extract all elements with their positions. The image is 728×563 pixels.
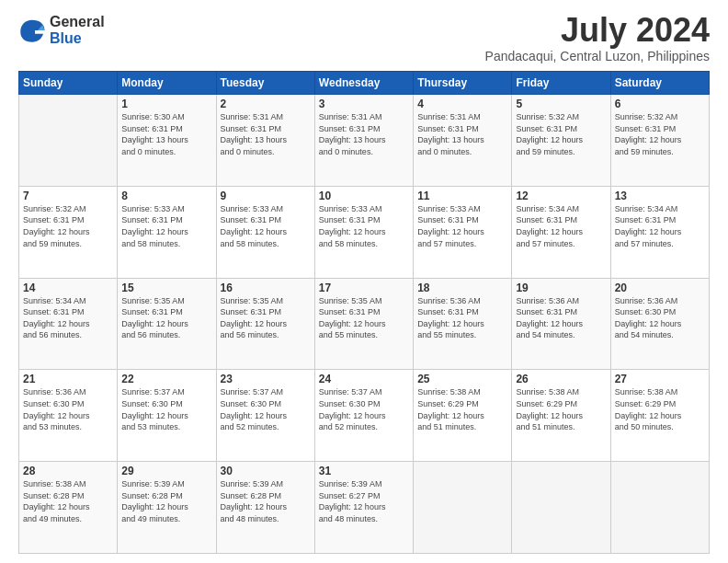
day-info: Sunrise: 5:33 AM Sunset: 6:31 PM Dayligh…: [221, 203, 311, 249]
day-number: 10: [319, 190, 409, 202]
calendar-cell: 18Sunrise: 5:36 AM Sunset: 6:31 PM Dayli…: [414, 278, 512, 370]
calendar-cell: 10Sunrise: 5:33 AM Sunset: 6:31 PM Dayli…: [314, 186, 413, 278]
day-info: Sunrise: 5:36 AM Sunset: 6:30 PM Dayligh…: [23, 386, 113, 432]
day-number: 9: [221, 190, 311, 202]
calendar-cell: 28Sunrise: 5:38 AM Sunset: 6:28 PM Dayli…: [19, 462, 118, 554]
calendar-cell: 9Sunrise: 5:33 AM Sunset: 6:31 PM Daylig…: [216, 186, 314, 278]
day-info: Sunrise: 5:35 AM Sunset: 6:31 PM Dayligh…: [121, 295, 211, 341]
day-info: Sunrise: 5:36 AM Sunset: 6:31 PM Dayligh…: [516, 295, 606, 341]
calendar-cell: 24Sunrise: 5:37 AM Sunset: 6:30 PM Dayli…: [314, 370, 413, 462]
calendar-cell: 8Sunrise: 5:33 AM Sunset: 6:31 PM Daylig…: [118, 186, 216, 278]
calendar-week-3: 14Sunrise: 5:34 AM Sunset: 6:31 PM Dayli…: [19, 278, 710, 370]
day-info: Sunrise: 5:34 AM Sunset: 6:31 PM Dayligh…: [23, 295, 113, 341]
calendar-cell: 27Sunrise: 5:38 AM Sunset: 6:29 PM Dayli…: [610, 370, 709, 462]
calendar-cell: 25Sunrise: 5:38 AM Sunset: 6:29 PM Dayli…: [414, 370, 512, 462]
calendar-cell: 19Sunrise: 5:36 AM Sunset: 6:31 PM Dayli…: [512, 278, 610, 370]
calendar-cell: 15Sunrise: 5:35 AM Sunset: 6:31 PM Dayli…: [118, 278, 216, 370]
calendar-week-2: 7Sunrise: 5:32 AM Sunset: 6:31 PM Daylig…: [19, 186, 710, 278]
calendar-cell: 4Sunrise: 5:31 AM Sunset: 6:31 PM Daylig…: [414, 95, 512, 187]
day-number: 11: [417, 190, 507, 202]
day-info: Sunrise: 5:37 AM Sunset: 6:30 PM Dayligh…: [319, 386, 409, 432]
day-number: 25: [417, 373, 507, 385]
day-number: 4: [417, 98, 507, 110]
calendar-cell: 16Sunrise: 5:35 AM Sunset: 6:31 PM Dayli…: [216, 278, 314, 370]
calendar-cell: 2Sunrise: 5:31 AM Sunset: 6:31 PM Daylig…: [216, 95, 314, 187]
day-info: Sunrise: 5:32 AM Sunset: 6:31 PM Dayligh…: [615, 111, 705, 157]
day-number: 28: [23, 465, 113, 477]
calendar-cell: 29Sunrise: 5:39 AM Sunset: 6:28 PM Dayli…: [118, 462, 216, 554]
title-section: July 2024 Pandacaqui, Central Luzon, Phi…: [485, 14, 710, 63]
calendar-cell: 31Sunrise: 5:39 AM Sunset: 6:27 PM Dayli…: [314, 462, 413, 554]
day-number: 13: [615, 190, 705, 202]
logo-general: General: [50, 14, 105, 30]
header-sunday: Sunday: [19, 72, 118, 95]
logo-icon: [18, 17, 46, 44]
day-number: 6: [615, 98, 705, 110]
calendar-cell: 22Sunrise: 5:37 AM Sunset: 6:30 PM Dayli…: [118, 370, 216, 462]
day-info: Sunrise: 5:37 AM Sunset: 6:30 PM Dayligh…: [221, 386, 311, 432]
day-info: Sunrise: 5:33 AM Sunset: 6:31 PM Dayligh…: [121, 203, 211, 249]
calendar-cell: 26Sunrise: 5:38 AM Sunset: 6:29 PM Dayli…: [512, 370, 610, 462]
day-number: 1: [121, 98, 211, 110]
day-number: 27: [615, 373, 705, 385]
calendar-week-5: 28Sunrise: 5:38 AM Sunset: 6:28 PM Dayli…: [19, 462, 710, 554]
calendar-cell: 17Sunrise: 5:35 AM Sunset: 6:31 PM Dayli…: [314, 278, 413, 370]
calendar-cell: 14Sunrise: 5:34 AM Sunset: 6:31 PM Dayli…: [19, 278, 118, 370]
calendar-week-1: 1Sunrise: 5:30 AM Sunset: 6:31 PM Daylig…: [19, 95, 710, 187]
day-number: 29: [121, 465, 211, 477]
calendar-cell: 12Sunrise: 5:34 AM Sunset: 6:31 PM Dayli…: [512, 186, 610, 278]
day-info: Sunrise: 5:35 AM Sunset: 6:31 PM Dayligh…: [221, 295, 311, 341]
day-number: 8: [121, 190, 211, 202]
header-thursday: Thursday: [414, 72, 512, 95]
day-number: 22: [121, 373, 211, 385]
logo-text: General Blue: [50, 14, 105, 46]
day-number: 2: [221, 98, 311, 110]
day-number: 24: [319, 373, 409, 385]
day-number: 26: [516, 373, 606, 385]
calendar-week-4: 21Sunrise: 5:36 AM Sunset: 6:30 PM Dayli…: [19, 370, 710, 462]
day-info: Sunrise: 5:38 AM Sunset: 6:29 PM Dayligh…: [516, 386, 606, 432]
day-number: 15: [121, 282, 211, 294]
calendar-cell: 11Sunrise: 5:33 AM Sunset: 6:31 PM Dayli…: [414, 186, 512, 278]
day-info: Sunrise: 5:39 AM Sunset: 6:27 PM Dayligh…: [319, 478, 409, 524]
day-info: Sunrise: 5:35 AM Sunset: 6:31 PM Dayligh…: [319, 295, 409, 341]
page: General Blue July 2024 Pandacaqui, Centr…: [0, 0, 728, 563]
calendar-cell: [610, 462, 709, 554]
calendar-cell: 23Sunrise: 5:37 AM Sunset: 6:30 PM Dayli…: [216, 370, 314, 462]
day-number: 30: [221, 465, 311, 477]
calendar-cell: 3Sunrise: 5:31 AM Sunset: 6:31 PM Daylig…: [314, 95, 413, 187]
calendar-cell: [512, 462, 610, 554]
day-info: Sunrise: 5:33 AM Sunset: 6:31 PM Dayligh…: [319, 203, 409, 249]
day-info: Sunrise: 5:33 AM Sunset: 6:31 PM Dayligh…: [417, 203, 507, 249]
day-info: Sunrise: 5:36 AM Sunset: 6:31 PM Dayligh…: [417, 295, 507, 341]
day-number: 7: [23, 190, 113, 202]
day-info: Sunrise: 5:39 AM Sunset: 6:28 PM Dayligh…: [221, 478, 311, 524]
logo-blue: Blue: [50, 30, 105, 47]
calendar: Sunday Monday Tuesday Wednesday Thursday…: [18, 71, 710, 554]
calendar-cell: 21Sunrise: 5:36 AM Sunset: 6:30 PM Dayli…: [19, 370, 118, 462]
day-info: Sunrise: 5:38 AM Sunset: 6:29 PM Dayligh…: [417, 386, 507, 432]
day-info: Sunrise: 5:32 AM Sunset: 6:31 PM Dayligh…: [516, 111, 606, 157]
day-info: Sunrise: 5:31 AM Sunset: 6:31 PM Dayligh…: [221, 111, 311, 157]
day-number: 14: [23, 282, 113, 294]
day-info: Sunrise: 5:38 AM Sunset: 6:28 PM Dayligh…: [23, 478, 113, 524]
month-title: July 2024: [485, 14, 710, 47]
day-info: Sunrise: 5:34 AM Sunset: 6:31 PM Dayligh…: [516, 203, 606, 249]
day-info: Sunrise: 5:36 AM Sunset: 6:30 PM Dayligh…: [615, 295, 705, 341]
day-number: 18: [417, 282, 507, 294]
calendar-cell: 30Sunrise: 5:39 AM Sunset: 6:28 PM Dayli…: [216, 462, 314, 554]
subtitle: Pandacaqui, Central Luzon, Philippines: [485, 49, 710, 63]
day-info: Sunrise: 5:37 AM Sunset: 6:30 PM Dayligh…: [121, 386, 211, 432]
day-number: 17: [319, 282, 409, 294]
day-info: Sunrise: 5:38 AM Sunset: 6:29 PM Dayligh…: [615, 386, 705, 432]
day-number: 16: [221, 282, 311, 294]
logo: General Blue: [18, 14, 105, 46]
day-number: 3: [319, 98, 409, 110]
calendar-cell: 1Sunrise: 5:30 AM Sunset: 6:31 PM Daylig…: [118, 95, 216, 187]
calendar-cell: [414, 462, 512, 554]
day-info: Sunrise: 5:31 AM Sunset: 6:31 PM Dayligh…: [417, 111, 507, 157]
day-number: 5: [516, 98, 606, 110]
day-number: 19: [516, 282, 606, 294]
header-friday: Friday: [512, 72, 610, 95]
day-number: 20: [615, 282, 705, 294]
